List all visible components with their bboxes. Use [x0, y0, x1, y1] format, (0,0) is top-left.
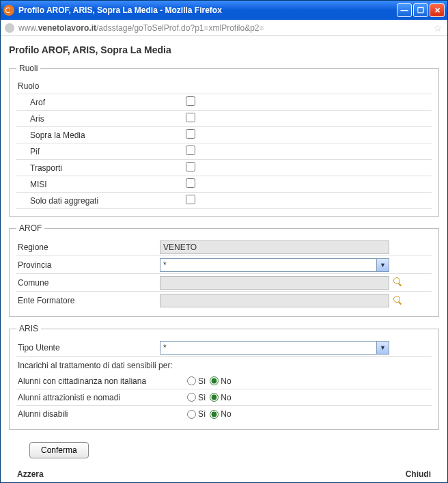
close-button[interactable]: ✕	[430, 3, 445, 17]
ente-lookup-button[interactable]	[389, 295, 406, 307]
ruolo-trasporti-checkbox[interactable]	[186, 162, 195, 171]
ruolo-row: MISI	[16, 176, 432, 193]
comune-row: Comune	[16, 274, 432, 292]
ruolo-row: Arof	[16, 94, 432, 111]
ruolo-arof-checkbox[interactable]	[186, 96, 195, 106]
ruolo-label: Sopra la Media	[29, 130, 183, 140]
provincia-row: Provincia * ▼	[16, 256, 432, 274]
page-body: Profilo AROF, ARIS, Sopra La Media Ruoli…	[1, 36, 447, 482]
alunni-cittadinanza-si[interactable]: Sì	[187, 376, 206, 386]
azzera-link[interactable]: Azzera	[17, 469, 44, 479]
page-title: Profilo AROF, ARIS, Sopra La Media	[9, 44, 439, 55]
ruolo-header: Ruolo	[16, 79, 432, 94]
ruolo-row: Trasporti	[16, 160, 432, 176]
ruolo-row: Solo dati aggregati	[16, 193, 432, 209]
ruolo-aris-checkbox[interactable]	[186, 113, 195, 122]
ruolo-label: Arof	[29, 98, 183, 107]
search-icon	[393, 277, 402, 286]
alunni-cittadinanza-no[interactable]: No	[210, 376, 231, 386]
ruolo-label: Solo dati aggregati	[29, 196, 183, 206]
ruolo-label: MISI	[29, 180, 183, 189]
tipoutente-select[interactable]: * ▼	[160, 341, 389, 355]
url-prefix: www.	[18, 23, 38, 33]
alunni-cittadinanza-row: Alunni con cittadinanza non italiana Sì …	[16, 373, 432, 389]
tipoutente-row: Tipo Utente * ▼	[16, 339, 432, 357]
ruolo-misi-checkbox[interactable]	[186, 178, 195, 188]
aris-legend: ARIS	[16, 324, 41, 333]
alunni-nomadi-no[interactable]: No	[210, 393, 231, 402]
url-text: www.venetolavoro.it/adsstage/goToSelProf…	[18, 23, 432, 33]
app-window: Profilo AROF, ARIS, Sopra La Media - Moz…	[0, 0, 448, 483]
firefox-icon	[3, 5, 14, 16]
ente-label: Ente Formatore	[16, 296, 160, 305]
alunni-disabili-no[interactable]: No	[210, 409, 231, 419]
ruolo-row: Aris	[16, 111, 432, 127]
chevron-down-icon: ▼	[376, 342, 389, 354]
regione-label: Regione	[16, 243, 160, 252]
ruolo-sopralamedia-checkbox[interactable]	[186, 129, 195, 139]
regione-row: Regione VENETO	[16, 238, 432, 256]
alunni-disabili-row: Alunni disabili Sì No	[16, 406, 432, 422]
comune-input[interactable]	[160, 276, 389, 290]
aris-fieldset: ARIS Tipo Utente * ▼ Incarichi al tratta…	[9, 324, 439, 430]
alunni-nomadi-si[interactable]: Sì	[187, 393, 206, 402]
tipoutente-label: Tipo Utente	[16, 343, 160, 353]
ruolo-label: Aris	[29, 114, 183, 124]
comune-lookup-button[interactable]	[389, 277, 406, 288]
alunni-disabili-si[interactable]: Sì	[187, 409, 206, 419]
alunni-cittadinanza-label: Alunni con cittadinanza non italiana	[16, 376, 187, 386]
footer-links: Azzera Chiudi	[9, 464, 439, 482]
provincia-select[interactable]: * ▼	[160, 258, 389, 272]
provincia-label: Provincia	[16, 260, 160, 270]
window-title: Profilo AROF, ARIS, Sopra La Media - Moz…	[18, 5, 397, 15]
tipoutente-value: *	[163, 343, 167, 353]
ruolo-label: Trasporti	[29, 163, 183, 173]
titlebar: Profilo AROF, ARIS, Sopra La Media - Moz…	[1, 1, 447, 20]
conferma-button[interactable]: Conferma	[29, 442, 89, 458]
ruolo-aggregati-checkbox[interactable]	[186, 195, 195, 204]
regione-value: VENETO	[160, 240, 389, 254]
url-path: /adsstage/goToSelProf.do?p1=xmlProfilo&p…	[96, 23, 264, 33]
ruolo-label: Pif	[29, 147, 183, 156]
arof-fieldset: AROF Regione VENETO Provincia * ▼	[9, 223, 439, 317]
incarichi-label: Incarichi al trattamento di dati sensibi…	[16, 357, 432, 373]
ruolo-pif-checkbox[interactable]	[186, 146, 195, 155]
ruolo-row: Sopra la Media	[16, 127, 432, 143]
ruolo-row: Pif	[16, 143, 432, 160]
ruoli-legend: Ruoli	[16, 64, 40, 73]
maximize-button[interactable]: ❐	[413, 3, 428, 17]
provincia-value: *	[163, 260, 167, 270]
ente-row: Ente Formatore	[16, 292, 432, 309]
alunni-nomadi-row: Alunni attrazionisti e nomadi Sì No	[16, 389, 432, 406]
address-bar[interactable]: www.venetolavoro.it/adsstage/goToSelProf…	[1, 20, 447, 36]
bookmark-star-icon[interactable]: ☆	[432, 23, 443, 33]
comune-label: Comune	[16, 278, 160, 288]
url-host: venetolavoro.it	[38, 23, 96, 33]
chevron-down-icon: ▼	[376, 259, 389, 271]
chiudi-link[interactable]: Chiudi	[406, 469, 431, 479]
alunni-nomadi-label: Alunni attrazionisti e nomadi	[16, 393, 187, 402]
minimize-button[interactable]: —	[397, 3, 412, 17]
alunni-disabili-label: Alunni disabili	[16, 409, 187, 419]
ruoli-fieldset: Ruoli Ruolo Arof Aris Sopra la Media Pif	[9, 64, 439, 217]
window-controls: — ❐ ✕	[397, 3, 445, 17]
globe-icon	[5, 23, 14, 33]
ente-input[interactable]	[160, 294, 389, 307]
search-icon	[393, 295, 402, 305]
arof-legend: AROF	[16, 223, 44, 233]
